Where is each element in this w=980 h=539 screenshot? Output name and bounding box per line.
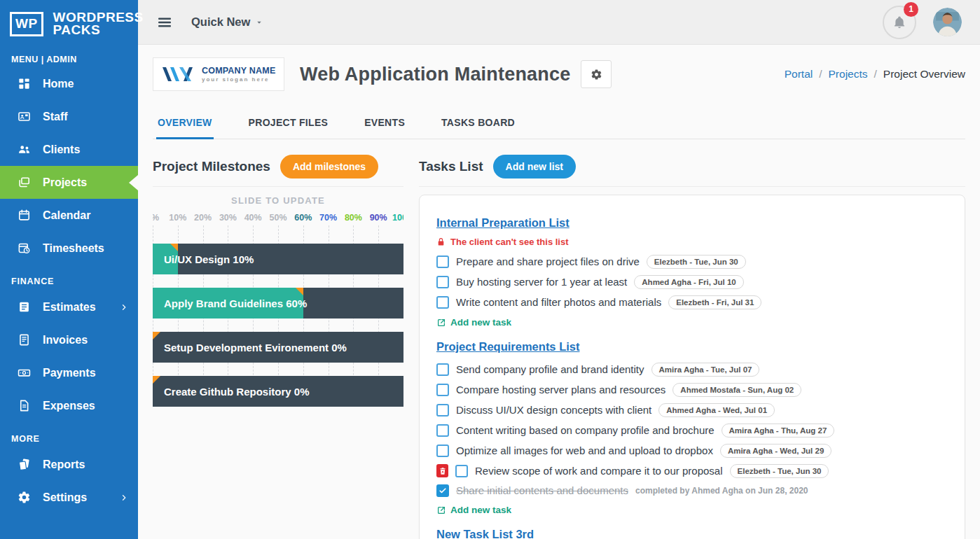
tab-overview[interactable]: OVERVIEW bbox=[156, 108, 214, 139]
delete-task-button[interactable] bbox=[436, 464, 448, 477]
task-checkbox[interactable] bbox=[436, 276, 449, 288]
sidebar-item-invoices[interactable]: Invoices bbox=[0, 323, 138, 356]
task-text: Share initial contents and documents bbox=[456, 484, 628, 496]
task-text: Buy hosting server for 1 year at least bbox=[456, 276, 627, 288]
scale-label: 100% bbox=[392, 213, 403, 223]
sidebar-item-label: Payments bbox=[43, 367, 96, 379]
gear-icon bbox=[18, 491, 31, 504]
task-list-title[interactable]: Internal Preparation List bbox=[436, 216, 570, 230]
company-logo-glyph bbox=[160, 66, 196, 83]
breadcrumb-separator: / bbox=[819, 68, 822, 80]
company-name: COMPANY NAME bbox=[202, 66, 275, 77]
task-checkbox[interactable] bbox=[436, 255, 449, 268]
sidebar-item-reports[interactable]: Reports bbox=[0, 448, 138, 481]
milestone-slider[interactable]: Setup Development Evironement 0% bbox=[153, 332, 403, 363]
page-header: COMPANY NAME your slogan here Web Applic… bbox=[153, 55, 965, 94]
sidebar-item-settings[interactable]: Settings bbox=[0, 481, 138, 514]
task-checkbox[interactable] bbox=[436, 484, 449, 497]
main-content: COMPANY NAME your slogan here Web Applic… bbox=[138, 45, 980, 539]
chevron-right-icon bbox=[120, 303, 128, 312]
sidebar-item-projects[interactable]: Projects bbox=[0, 166, 138, 199]
slider-handle-icon[interactable] bbox=[153, 376, 160, 384]
breadcrumb-projects[interactable]: Projects bbox=[829, 68, 868, 80]
tasks-title: Tasks List bbox=[419, 159, 483, 174]
wordpress-packs-logo[interactable]: WP WORDPRESS PACKS bbox=[0, 0, 138, 46]
slider-handle-icon[interactable] bbox=[296, 288, 303, 295]
sidebar-item-calendar[interactable]: Calendar bbox=[0, 199, 138, 232]
tab-tasks-board[interactable]: TASKS BOARD bbox=[440, 108, 516, 139]
task-text: Optimize all images for web and and uplo… bbox=[456, 444, 713, 456]
wp-logo-badge: WP bbox=[10, 12, 43, 36]
task-list-title[interactable]: New Task List 3rd bbox=[436, 528, 534, 539]
milestone-label: Ui/UX Design 10% bbox=[164, 253, 254, 265]
invoice-icon bbox=[18, 333, 31, 346]
content-columns: Project Milestones Add milestones SLIDE … bbox=[153, 150, 965, 539]
timesheet-icon bbox=[18, 241, 31, 255]
sidebar-item-label: Home bbox=[43, 78, 74, 90]
task-text: Discuss UI/UX design concepts with clien… bbox=[456, 404, 651, 416]
scale-label: 30% bbox=[219, 213, 237, 223]
private-list-note: The client can't see this list bbox=[436, 237, 948, 247]
task-checkbox[interactable] bbox=[436, 404, 449, 416]
sidebar-item-estimates[interactable]: Estimates bbox=[0, 290, 138, 323]
task-checkbox[interactable] bbox=[436, 363, 449, 376]
task-row: Share initial contents and documentscomp… bbox=[436, 481, 948, 500]
milestone-slider[interactable]: Create Github Repository 0% bbox=[153, 376, 403, 407]
task-checkbox[interactable] bbox=[436, 296, 449, 309]
slider-handle-icon[interactable] bbox=[170, 244, 178, 251]
app-window: WP WORDPRESS PACKS MENU | ADMIN HomeStaf… bbox=[0, 0, 980, 539]
tab-events[interactable]: EVENTS bbox=[363, 108, 406, 139]
add-new-task-link[interactable]: Add new task bbox=[436, 505, 948, 515]
divider bbox=[419, 186, 965, 187]
page-icon bbox=[18, 399, 31, 412]
task-row: Optimize all images for web and and uplo… bbox=[436, 440, 948, 461]
topbar: Quick New 1 bbox=[138, 0, 980, 45]
sidebar-item-staff[interactable]: Staff bbox=[0, 100, 138, 133]
folders-icon bbox=[18, 176, 31, 189]
assignee-due-badge: Elezbeth - Tue, Jun 30 bbox=[730, 464, 829, 478]
milestone-label: Apply Brand Guidelines 60% bbox=[164, 298, 307, 309]
task-checkbox[interactable] bbox=[436, 424, 449, 437]
user-avatar-image[interactable] bbox=[933, 8, 962, 36]
slider-handle-icon[interactable] bbox=[153, 332, 160, 340]
sidebar-item-clients[interactable]: Clients bbox=[0, 133, 138, 166]
task-text: Write content and filter photos and mate… bbox=[456, 296, 661, 308]
milestones-title: Project Milestones bbox=[153, 159, 270, 174]
task-checkbox[interactable] bbox=[436, 384, 449, 396]
breadcrumb-separator: / bbox=[874, 68, 877, 80]
milestone-slider[interactable]: Apply Brand Guidelines 60% bbox=[153, 288, 403, 318]
milestone-slider[interactable]: Ui/UX Design 10% bbox=[153, 244, 403, 274]
sidebar-item-expenses[interactable]: Expenses bbox=[0, 389, 138, 422]
breadcrumb-portal[interactable]: Portal bbox=[785, 68, 813, 80]
task-checkbox[interactable] bbox=[455, 465, 468, 477]
money-icon bbox=[18, 366, 31, 379]
caret-down-icon bbox=[255, 18, 263, 27]
quick-new-dropdown[interactable]: Quick New bbox=[191, 15, 263, 29]
notifications-button[interactable]: 1 bbox=[883, 6, 916, 39]
milestone-label: Setup Development Evironement 0% bbox=[164, 342, 347, 354]
scale-label: 10% bbox=[169, 213, 186, 223]
slide-to-update-label: SLIDE TO UPDATE bbox=[153, 195, 403, 206]
task-checkbox[interactable] bbox=[436, 444, 449, 457]
add-milestones-button[interactable]: Add milestones bbox=[280, 155, 378, 178]
sidebar-item-label: Expenses bbox=[43, 400, 95, 412]
doclines-icon bbox=[18, 300, 31, 314]
gear-icon[interactable] bbox=[581, 60, 612, 88]
quick-new-label: Quick New bbox=[191, 15, 250, 29]
assignee-due-badge: Amira Agha - Wed, Jul 29 bbox=[720, 444, 831, 458]
sidebar-item-payments[interactable]: Payments bbox=[0, 356, 138, 389]
task-row: Send company profile and brand identityA… bbox=[436, 359, 948, 379]
add-new-task-link[interactable]: Add new task bbox=[436, 317, 948, 328]
divider bbox=[153, 186, 403, 187]
reports-icon bbox=[18, 458, 31, 471]
task-row: Discuss UI/UX design concepts with clien… bbox=[436, 400, 948, 420]
task-row: Compare hosting server plans and resourc… bbox=[436, 379, 948, 400]
sidebar-item-timesheets[interactable]: Timesheets bbox=[0, 232, 138, 265]
assignee-due-badge: Ahmed Mostafa - Sun, Aug 02 bbox=[672, 383, 801, 397]
add-new-list-button[interactable]: Add new list bbox=[493, 155, 576, 178]
task-list-title[interactable]: Project Requirements List bbox=[436, 340, 579, 354]
tab-project-files[interactable]: PROJECT FILES bbox=[247, 108, 330, 139]
sidebar-item-home[interactable]: Home bbox=[0, 67, 138, 100]
tasks-list-section: Tasks List Add new list Internal Prepara… bbox=[419, 150, 965, 539]
hamburger-menu-icon[interactable] bbox=[156, 14, 173, 31]
